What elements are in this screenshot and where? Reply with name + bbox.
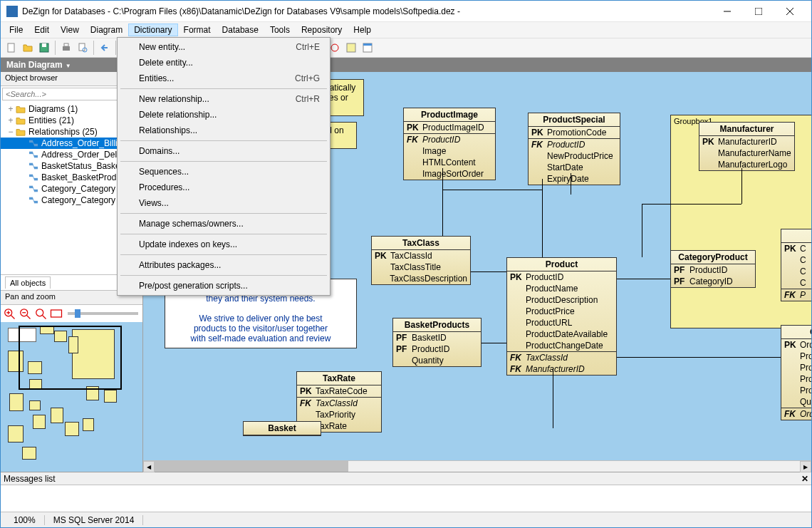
entity-column: C: [781, 266, 811, 277]
tree-toggle-icon[interactable]: −: [6, 127, 15, 137]
tree-toggle-icon[interactable]: +: [6, 104, 15, 114]
svg-rect-7: [63, 46, 70, 51]
svg-line-55: [33, 198, 34, 202]
entity-title: TaxRate: [297, 372, 381, 385]
zoom-100-icon[interactable]: [49, 306, 63, 321]
entity-column: ManufacturerName: [699, 147, 794, 159]
svg-rect-65: [51, 310, 62, 317]
svg-rect-45: [34, 167, 38, 169]
menu-item[interactable]: Views...: [119, 195, 328, 211]
menu-edit[interactable]: Edit: [28, 24, 55, 36]
scroll-right-icon[interactable]: ▶: [800, 461, 811, 472]
menu-item[interactable]: Update indexes on keys...: [119, 237, 328, 252]
entity-column: FKProductID: [529, 139, 620, 150]
window-title: DeZign for Databases - C:\Program Files …: [22, 6, 712, 16]
menu-separator: [120, 88, 327, 89]
menu-diagram[interactable]: Diagram: [85, 24, 128, 36]
zoom-slider[interactable]: [68, 312, 138, 315]
svg-rect-44: [29, 163, 33, 165]
all-objects-tab[interactable]: All objects: [5, 276, 51, 289]
folder-icon: [15, 104, 26, 114]
scroll-left-icon[interactable]: ◀: [143, 461, 155, 472]
menu-dictionary[interactable]: Dictionary: [128, 24, 177, 36]
entity-title: ProductSpecial: [529, 113, 620, 127]
close-icon[interactable]: ✕: [801, 474, 808, 484]
svg-line-40: [33, 141, 34, 145]
main-diagram-tab[interactable]: Main Diagram▼: [1, 58, 80, 71]
menu-item[interactable]: New relationship...Ctrl+R: [119, 91, 328, 107]
minimize-button[interactable]: [712, 1, 743, 21]
menu-item[interactable]: Entities...Ctrl+G: [119, 71, 328, 86]
open-icon[interactable]: [20, 40, 36, 56]
save-icon[interactable]: [36, 40, 52, 56]
entity-basketproducts[interactable]: BasketProductsPFBasketIDPFProductIDQuant…: [392, 318, 482, 367]
entity-column: Proc: [781, 385, 811, 396]
menu-item[interactable]: New entity...Ctrl+E: [119, 39, 328, 55]
menu-database[interactable]: Database: [217, 24, 264, 36]
menu-item[interactable]: Pre/post generation scripts...: [119, 278, 328, 294]
entity-column: Qua: [781, 396, 811, 408]
tree-item-label: Address_Order_Billi: [41, 138, 118, 148]
entity-column: PKTaxClassId: [372, 250, 470, 262]
entity-taxclass[interactable]: TaxClassPKTaxClassIdTaxClassTitleTaxClas…: [371, 236, 471, 285]
menu-item[interactable]: Delete relationship...: [119, 107, 328, 123]
tree-item-label: Diagrams (1): [28, 104, 78, 114]
tree-item-label: BasketStatus_Baske: [41, 161, 120, 171]
entity-categoryproduct[interactable]: CategoryProductPFProductIDPFCategoryID: [670, 250, 756, 288]
maximize-button[interactable]: [743, 1, 774, 21]
menu-format[interactable]: Format: [178, 24, 217, 36]
menu-item[interactable]: Domains...: [119, 143, 328, 159]
entity-column: Proc: [781, 351, 811, 362]
entity-column: PKProductImageID: [404, 122, 495, 133]
menu-item[interactable]: Sequences...: [119, 164, 328, 180]
menu-file[interactable]: File: [4, 24, 28, 36]
svg-line-49: [33, 175, 34, 179]
print-icon[interactable]: [58, 40, 74, 56]
tree-item-label: Category_Category: [41, 195, 115, 205]
svg-rect-39: [34, 144, 38, 146]
print-preview-icon[interactable]: [75, 40, 90, 56]
entity-column: Quantity: [393, 355, 481, 366]
menu-help[interactable]: Help: [348, 24, 377, 36]
horizontal-scrollbar[interactable]: ◀ ▶: [143, 460, 811, 472]
tree-toggle-icon[interactable]: +: [6, 115, 15, 125]
entity-partial[interactable]: CPKCCCCFKP: [781, 229, 811, 301]
entity-column: Image: [404, 145, 495, 157]
window-tool-icon[interactable]: [360, 40, 375, 56]
svg-rect-48: [34, 178, 38, 180]
pan-zoom-preview[interactable]: [1, 322, 142, 472]
groupbox-tool-icon[interactable]: [343, 40, 359, 56]
entity-product[interactable]: ProductPKProductIDProductNameProductDesc…: [506, 257, 617, 376]
folder-icon: [15, 115, 26, 125]
new-icon[interactable]: [4, 40, 19, 56]
entity-title: Basket: [244, 422, 321, 435]
menu-tools[interactable]: Tools: [264, 24, 296, 36]
entity-column: PKTaxRateCode: [297, 385, 381, 397]
title-bar: DeZign for Databases - C:\Program Files …: [1, 1, 811, 22]
zoom-out-icon[interactable]: [18, 306, 32, 321]
undo-icon[interactable]: [97, 40, 113, 56]
zoom-fit-icon[interactable]: [33, 306, 48, 321]
entity-column: PKOrd: [781, 339, 811, 351]
dictionary-menu-dropdown: New entity...Ctrl+EDelete entity...Entit…: [117, 37, 330, 296]
menu-item[interactable]: Relationships...: [119, 123, 328, 138]
menu-item[interactable]: Manage schemas/owners...: [119, 216, 328, 232]
menu-item[interactable]: Delete entity...: [119, 55, 328, 71]
menu-item[interactable]: Procedures...: [119, 180, 328, 195]
entity-title: CategoryProduct: [671, 251, 755, 264]
svg-line-46: [33, 164, 34, 167]
pan-zoom-tools: [1, 305, 142, 322]
chevron-down-icon: ▼: [66, 63, 71, 69]
entity-productspecial[interactable]: ProductSpecialPKPromotionCodeFKProductID…: [528, 113, 620, 185]
close-button[interactable]: [774, 1, 806, 21]
svg-rect-47: [29, 175, 33, 177]
entity-productimage[interactable]: ProductImagePKProductImageIDFKProductIDI…: [403, 108, 496, 180]
entity-manufacturer[interactable]: ManufacturerPKManufacturerIDManufacturer…: [699, 122, 795, 171]
menu-view[interactable]: View: [55, 24, 85, 36]
entity-order[interactable]: OrdePKOrdProcProcProcProcQuaFKOrd: [781, 325, 811, 420]
zoom-in-icon[interactable]: [2, 306, 16, 321]
entity-column: ImageSortOrder: [404, 168, 495, 180]
menu-repository[interactable]: Repository: [296, 24, 348, 36]
entity-basket[interactable]: Basket: [243, 421, 321, 436]
menu-item[interactable]: Attributes packages...: [119, 257, 328, 273]
